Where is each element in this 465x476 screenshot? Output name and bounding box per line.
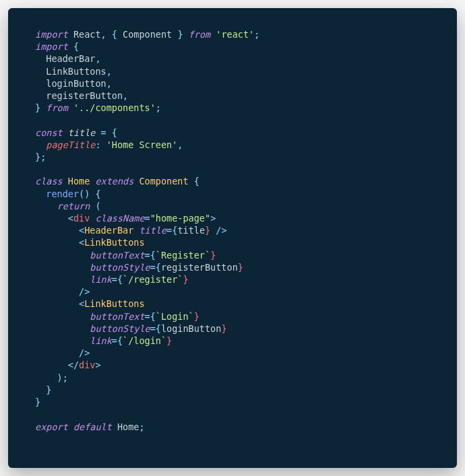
property: pageTitle <box>35 139 95 150</box>
ident: loginButton <box>161 323 221 334</box>
brace: } <box>35 397 40 407</box>
brace: { <box>106 29 117 40</box>
brace: } <box>194 311 199 322</box>
jsx-attr: buttonText <box>35 311 145 322</box>
punct: = <box>145 311 150 322</box>
punct: , <box>177 139 183 150</box>
angle: /> <box>35 347 90 358</box>
punct: , <box>101 29 106 40</box>
punct: , <box>106 66 112 77</box>
string: 'Home Screen' <box>101 139 178 150</box>
brace: } <box>35 384 51 395</box>
string: `Register` <box>156 250 210 261</box>
brace: } <box>166 335 172 346</box>
punct: = <box>145 213 150 224</box>
string: `/register` <box>123 274 183 285</box>
code-block: import React, { Component } from 'react'… <box>8 8 457 468</box>
punct: = <box>166 225 172 236</box>
punct: ; <box>156 102 161 113</box>
brace: { <box>150 250 156 261</box>
paren: ) <box>35 372 63 383</box>
brace: } <box>210 250 216 261</box>
punct: ; <box>40 151 46 162</box>
keyword: return <box>35 201 90 211</box>
brace: { <box>156 262 161 273</box>
jsx-attr: className <box>90 213 144 224</box>
punct: = <box>112 274 117 285</box>
string: "home-page" <box>150 213 210 224</box>
punct: , <box>106 78 112 89</box>
brace: { <box>117 274 123 285</box>
string: `/login` <box>123 335 166 346</box>
brace: { <box>90 189 100 199</box>
jsx-tag: HeaderBar <box>84 225 133 236</box>
keyword: default <box>68 421 112 432</box>
punct: = <box>145 250 150 261</box>
jsx-tag: LinkButtons <box>84 298 144 309</box>
keyword: import <box>35 41 68 52</box>
brace: { <box>150 311 156 322</box>
angle: < <box>35 213 73 224</box>
brace: } <box>205 225 210 236</box>
angle: > <box>95 360 100 370</box>
jsx-attr: link <box>35 335 112 346</box>
keyword: export <box>35 421 68 432</box>
jsx-tag: div <box>73 213 90 224</box>
string: '../components' <box>68 102 156 113</box>
jsx-tag: LinkButtons <box>84 237 144 248</box>
ident: title <box>63 127 96 138</box>
jsx-attr: buttonStyle <box>35 323 150 334</box>
angle: < <box>35 237 84 248</box>
keyword: from <box>183 29 211 40</box>
brace: } <box>221 323 226 334</box>
punct: ; <box>63 372 68 383</box>
angle: /> <box>35 286 90 297</box>
parens: () <box>79 189 90 199</box>
ident: loginButton <box>35 78 106 89</box>
brace: { <box>189 176 199 186</box>
brace: { <box>156 323 161 334</box>
ident: HeaderBar <box>35 53 95 64</box>
method: render <box>35 189 79 199</box>
ident: LinkButtons <box>35 66 106 77</box>
brace: { <box>68 41 79 52</box>
paren: ( <box>90 201 100 211</box>
punct: , <box>123 90 128 101</box>
jsx-attr: title <box>133 225 166 236</box>
angle: < <box>35 225 84 236</box>
punct: ; <box>254 29 259 40</box>
brace: { <box>106 127 117 138</box>
brace: } <box>35 102 40 113</box>
brace: } <box>238 262 243 273</box>
punct: = <box>95 127 106 138</box>
string: 'react' <box>210 29 254 40</box>
keyword: extends <box>90 176 133 186</box>
class-name: Home <box>63 176 90 186</box>
ident: Component <box>117 29 177 40</box>
punct: ; <box>139 421 144 432</box>
brace: } <box>177 29 183 40</box>
punct: , <box>95 53 100 64</box>
jsx-attr: link <box>35 274 112 285</box>
angle: /> <box>210 225 226 236</box>
brace: } <box>183 274 188 285</box>
angle: < <box>35 298 84 309</box>
jsx-attr: buttonStyle <box>35 262 150 273</box>
keyword: const <box>35 127 63 138</box>
brace: { <box>117 335 123 346</box>
brace: } <box>35 151 40 162</box>
keyword: class <box>35 176 63 186</box>
class-name: Component <box>133 176 188 186</box>
angle: </ <box>35 360 79 370</box>
ident: registerButton <box>35 90 123 101</box>
punct: = <box>112 335 117 346</box>
string: `Login` <box>156 311 194 322</box>
ident: registerButton <box>161 262 238 273</box>
punct: : <box>95 139 100 150</box>
jsx-attr: buttonText <box>35 250 145 261</box>
jsx-tag: div <box>79 360 95 370</box>
ident: title <box>177 225 205 236</box>
keyword: import <box>35 29 68 40</box>
ident: Home <box>112 421 140 432</box>
ident: React <box>68 29 101 40</box>
